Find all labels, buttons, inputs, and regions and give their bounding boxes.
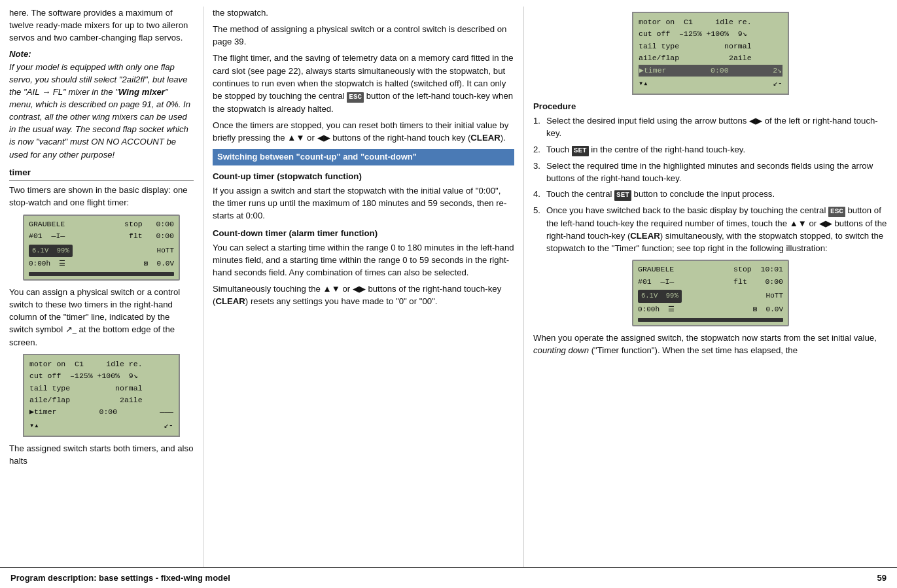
motor-arrows: ▾▴ ↙- — [29, 420, 173, 432]
step1-num: 1. — [533, 114, 544, 139]
lcd2-brand: HoTT — [766, 291, 783, 302]
motor2-row2: cut off –125% +100% 9↘ — [639, 28, 783, 40]
mid-para1: the stopwatch. — [213, 7, 514, 19]
lcd1-stop-row: stop 0:00 — [124, 219, 174, 230]
lcd1-battery: 6.1V 99% — [29, 245, 73, 257]
motor-timer-right: ——— — [160, 406, 173, 418]
count-down-label: Count-down timer (alarm timer function) — [213, 227, 514, 239]
motor-row4: aile/flap 2aile — [29, 394, 173, 406]
lcd1-slider-bar — [29, 272, 174, 276]
step2-text: Touch SET in the centre of the right-han… — [546, 143, 745, 156]
lcd2-flt: flt 0:00 — [733, 277, 783, 288]
lcd1-name: GRAUBELE — [29, 219, 65, 230]
lcd1-bottom: 0:00h ☰ ⊠ 0.0V — [29, 259, 174, 269]
motor2-timer-mid: 0:00 — [711, 65, 729, 77]
procedure-list: 1. Select the desired input field using … — [533, 114, 888, 254]
simul-text: Simultaneously touching the ▲▼ or ◀▶ but… — [213, 283, 514, 307]
lcd2-stop-row: stop 10:01 — [733, 264, 783, 275]
footer-right: 59 — [877, 573, 887, 583]
step3-num: 3. — [533, 160, 544, 184]
note-text: If your model is equipped with only one … — [9, 62, 190, 160]
footer-left: Program description: base settings - fix… — [10, 573, 230, 583]
left-para3: The assigned switch starts both timers, … — [9, 442, 194, 467]
motor-arrow-right: ↙- — [164, 420, 173, 432]
proc-step-3: 3. Select the required time in the highl… — [533, 160, 888, 184]
motor-lcd-2: motor on C1 idle re. cut off –125% +100%… — [632, 12, 789, 95]
motor2-row1: motor on C1 idle re. — [639, 16, 783, 28]
step2-num: 2. — [533, 143, 544, 156]
count-up-label: Count-up timer (stopwatch function) — [213, 170, 514, 182]
count-up-text: If you assign a switch and start the sto… — [213, 184, 514, 222]
content-area: here. The software provides a maximum of… — [0, 0, 897, 567]
step3-text: Select the required time in the highligh… — [546, 160, 888, 184]
right-column: motor on C1 idle re. cut off –125% +100%… — [523, 7, 897, 567]
step5-num: 5. — [533, 204, 544, 254]
motor2-row4: aile/flap 2aile — [639, 52, 783, 64]
section-header: Switching between "count-up" and "count-… — [213, 149, 514, 165]
motor2-arrow-right: ↙- — [773, 78, 783, 90]
mid-para2: The method of assigning a physical switc… — [213, 23, 514, 48]
right-para-after: When you operate the assigned switch, th… — [533, 332, 888, 356]
mid-para4: Once the timers are stopped, you can res… — [213, 119, 514, 144]
lcd2-name: GRAUBELE — [638, 264, 674, 275]
motor-timer-mid: 0:00 — [99, 406, 118, 418]
timer-heading: timer — [9, 166, 194, 181]
motor-row3: tail type normal — [29, 383, 173, 394]
left-column: here. The software provides a maximum of… — [0, 7, 203, 567]
proc-step-5: 5. Once you have switched back to the ba… — [533, 204, 888, 254]
lcd2-battery: 6.1V 99% — [638, 290, 682, 302]
proc-step-2: 2. Touch SET in the centre of the right-… — [533, 143, 888, 156]
mid-column: the stopwatch. The method of assigning a… — [203, 7, 523, 567]
lcd2-slider-bar — [638, 318, 783, 322]
proc-step-1: 1. Select the desired input field using … — [533, 114, 888, 139]
lcd2-bottom: 0:00h ☰ ⊠ 0.0V — [638, 305, 783, 315]
step4-text: Touch the central SET button to conclude… — [546, 188, 775, 201]
motor2-arrows: ▾▴ ↙- — [639, 78, 783, 90]
motor-timer-left: ▶timer — [29, 406, 56, 418]
counting-down-text: counting down — [533, 345, 589, 355]
lcd1-right: ⊠ 0.0V — [144, 259, 174, 269]
lcd2-id: #01 —I— — [638, 277, 674, 288]
note-label: Note: — [9, 49, 31, 59]
lcd-display-1: GRAUBELE stop 0:00 #01 —I— flt 0:00 6.1V… — [23, 215, 180, 281]
motor2-row3: tail type normal — [639, 41, 783, 52]
motor2-timer-right: 2↘ — [773, 65, 782, 77]
step4-num: 4. — [533, 188, 544, 201]
lcd2-row2: #01 —I— flt 0:00 — [638, 277, 783, 288]
motor2-row5: ▶timer 0:00 2↘ — [639, 65, 783, 77]
lcd1-flt: flt 0:00 — [129, 231, 174, 242]
count-down-text: You can select a starting time within th… — [213, 241, 514, 279]
note-section: Note: If your model is equipped with onl… — [9, 48, 194, 160]
motor2-timer-left: ▶timer — [639, 65, 666, 77]
step1-text: Select the desired input field using the… — [546, 114, 888, 139]
lcd1-row2: #01 —I— flt 0:00 — [29, 231, 174, 242]
motor-lcd-1: motor on C1 idle re. cut off –125% +100%… — [23, 354, 180, 437]
left-para1: here. The software provides a maximum of… — [9, 7, 194, 44]
esc-badge-1: ESC — [347, 92, 364, 103]
procedure-label: Procedure — [533, 100, 888, 112]
lcd1-brand: HoTT — [157, 246, 174, 256]
lcd2-right: ⊠ 0.0V — [753, 305, 783, 315]
step5-text: Once you have switched back to the basic… — [546, 204, 888, 254]
lcd1-time: 0:00h ☰ — [29, 259, 65, 269]
lcd2-time: 0:00h ☰ — [638, 305, 675, 315]
set-badge-2: SET — [614, 190, 631, 201]
lcd2-top: GRAUBELE stop 10:01 — [638, 264, 783, 275]
page-container: here. The software provides a maximum of… — [0, 0, 897, 588]
lcd1-id: #01 —I— — [29, 231, 65, 242]
lcd1-battery-row: 6.1V 99% HoTT — [29, 245, 174, 257]
proc-step-4: 4. Touch the central SET button to concl… — [533, 188, 888, 201]
timer-para: Two timers are shown in the basic displa… — [9, 184, 194, 209]
lcd-display-2: GRAUBELE stop 10:01 #01 —I— flt 0:00 6.1… — [632, 260, 789, 326]
motor-arrow-left: ▾▴ — [29, 420, 39, 432]
mid-para3: The flight timer, and the saving of tele… — [213, 52, 514, 115]
lcd2-battery-row: 6.1V 99% HoTT — [638, 290, 783, 302]
left-para2: You can assign a physical switch or a co… — [9, 286, 194, 349]
motor-row5: ▶timer 0:00 ——— — [29, 406, 173, 418]
motor-row2: cut off –125% +100% 9↘ — [29, 370, 173, 382]
lcd1-top: GRAUBELE stop 0:00 — [29, 219, 174, 230]
motor2-arrow-left: ▾▴ — [639, 78, 648, 90]
motor-row1: motor on C1 idle re. — [29, 358, 173, 370]
footer: Program description: base settings - fix… — [0, 567, 897, 588]
esc-badge-2: ESC — [828, 207, 845, 217]
